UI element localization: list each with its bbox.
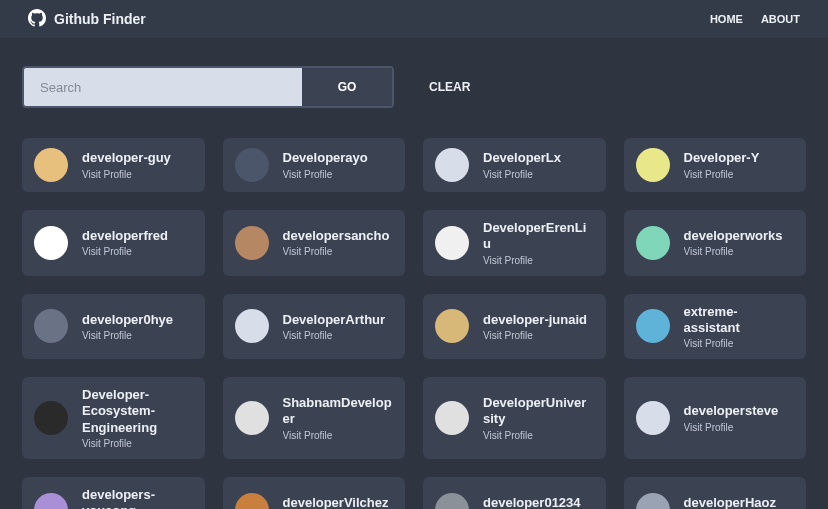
user-card: developers-youcongVisit Profile [22, 477, 205, 509]
visit-profile-link[interactable]: Visit Profile [684, 246, 783, 257]
avatar [235, 493, 269, 510]
avatar [435, 493, 469, 510]
user-card-body: Developer-Ecosystem-EngineeringVisit Pro… [82, 387, 193, 449]
brand: Github Finder [28, 9, 146, 30]
user-card: developerworksVisit Profile [624, 210, 807, 276]
user-card-body: developerVilchezVisit Profile [283, 495, 389, 509]
nav-links: HOME ABOUT [710, 13, 800, 25]
user-card: DeveloperayoVisit Profile [223, 138, 406, 192]
visit-profile-link[interactable]: Visit Profile [283, 169, 368, 180]
user-card-body: extreme-assistantVisit Profile [684, 304, 795, 350]
user-card-body: DeveloperErenLiuVisit Profile [483, 220, 594, 266]
avatar [34, 493, 68, 510]
visit-profile-link[interactable]: Visit Profile [82, 169, 171, 180]
username: DeveloperErenLiu [483, 220, 594, 253]
github-icon [28, 9, 46, 30]
user-card-body: developersteveVisit Profile [684, 403, 779, 432]
visit-profile-link[interactable]: Visit Profile [82, 438, 193, 449]
avatar [34, 309, 68, 343]
user-card: developerfredVisit Profile [22, 210, 205, 276]
avatar [34, 148, 68, 182]
search-input[interactable] [24, 68, 302, 106]
visit-profile-link[interactable]: Visit Profile [483, 330, 587, 341]
user-card: DeveloperUniversityVisit Profile [423, 377, 606, 459]
user-card-body: DeveloperayoVisit Profile [283, 150, 368, 179]
user-card: developer0hyeVisit Profile [22, 294, 205, 360]
user-card: DeveloperArthurVisit Profile [223, 294, 406, 360]
navbar: Github Finder HOME ABOUT [0, 0, 828, 38]
username: developerfred [82, 228, 168, 244]
user-card: Developer-Ecosystem-EngineeringVisit Pro… [22, 377, 205, 459]
username: developerworks [684, 228, 783, 244]
username: developer-junaid [483, 312, 587, 328]
username: developersancho [283, 228, 390, 244]
user-card-body: ShabnamDeveloperVisit Profile [283, 395, 394, 441]
username: Developer-Y [684, 150, 760, 166]
user-card: Developer-YVisit Profile [624, 138, 807, 192]
search-row: GO CLEAR [22, 66, 806, 108]
user-card: DeveloperLxVisit Profile [423, 138, 606, 192]
user-card-body: developerfredVisit Profile [82, 228, 168, 257]
user-card: developerHaozVisit Profile [624, 477, 807, 509]
avatar [435, 401, 469, 435]
user-card: developerVilchezVisit Profile [223, 477, 406, 509]
username: developer0hye [82, 312, 173, 328]
visit-profile-link[interactable]: Visit Profile [483, 169, 561, 180]
user-card-body: Developer-YVisit Profile [684, 150, 760, 179]
avatar [34, 401, 68, 435]
avatar [636, 493, 670, 510]
visit-profile-link[interactable]: Visit Profile [283, 246, 390, 257]
user-card-body: DeveloperLxVisit Profile [483, 150, 561, 179]
user-card: extreme-assistantVisit Profile [624, 294, 807, 360]
avatar [235, 309, 269, 343]
visit-profile-link[interactable]: Visit Profile [483, 255, 594, 266]
brand-title: Github Finder [54, 11, 146, 27]
visit-profile-link[interactable]: Visit Profile [684, 422, 779, 433]
user-card: developersteveVisit Profile [624, 377, 807, 459]
username: developer-guy [82, 150, 171, 166]
avatar [235, 401, 269, 435]
search-box: GO [22, 66, 394, 108]
avatar [435, 309, 469, 343]
user-card-body: developer01234Visit Profile [483, 495, 581, 509]
user-card-body: developer-junaidVisit Profile [483, 312, 587, 341]
username: Developerayo [283, 150, 368, 166]
user-card-body: DeveloperUniversityVisit Profile [483, 395, 594, 441]
username: ShabnamDeveloper [283, 395, 394, 428]
visit-profile-link[interactable]: Visit Profile [82, 330, 173, 341]
nav-about[interactable]: ABOUT [761, 13, 800, 25]
avatar [636, 226, 670, 260]
visit-profile-link[interactable]: Visit Profile [483, 430, 594, 441]
visit-profile-link[interactable]: Visit Profile [82, 246, 168, 257]
visit-profile-link[interactable]: Visit Profile [684, 169, 760, 180]
visit-profile-link[interactable]: Visit Profile [283, 330, 386, 341]
username: DeveloperArthur [283, 312, 386, 328]
username: developersteve [684, 403, 779, 419]
user-card-body: developers-youcongVisit Profile [82, 487, 193, 509]
nav-home[interactable]: HOME [710, 13, 743, 25]
user-grid: developer-guyVisit ProfileDeveloperayoVi… [22, 138, 806, 509]
avatar [636, 401, 670, 435]
avatar [435, 226, 469, 260]
username: DeveloperUniversity [483, 395, 594, 428]
avatar [235, 226, 269, 260]
username: extreme-assistant [684, 304, 795, 337]
avatar [435, 148, 469, 182]
user-card-body: developer0hyeVisit Profile [82, 312, 173, 341]
user-card: developer-junaidVisit Profile [423, 294, 606, 360]
user-card: developer01234Visit Profile [423, 477, 606, 509]
go-button[interactable]: GO [302, 68, 392, 106]
username: developer01234 [483, 495, 581, 509]
username: Developer-Ecosystem-Engineering [82, 387, 193, 436]
user-card: ShabnamDeveloperVisit Profile [223, 377, 406, 459]
visit-profile-link[interactable]: Visit Profile [283, 430, 394, 441]
clear-button[interactable]: CLEAR [424, 80, 470, 94]
username: DeveloperLx [483, 150, 561, 166]
avatar [235, 148, 269, 182]
visit-profile-link[interactable]: Visit Profile [684, 338, 795, 349]
username: developerVilchez [283, 495, 389, 509]
user-card-body: DeveloperArthurVisit Profile [283, 312, 386, 341]
user-card-body: developerworksVisit Profile [684, 228, 783, 257]
user-card-body: developersanchoVisit Profile [283, 228, 390, 257]
username: developerHaoz [684, 495, 776, 509]
